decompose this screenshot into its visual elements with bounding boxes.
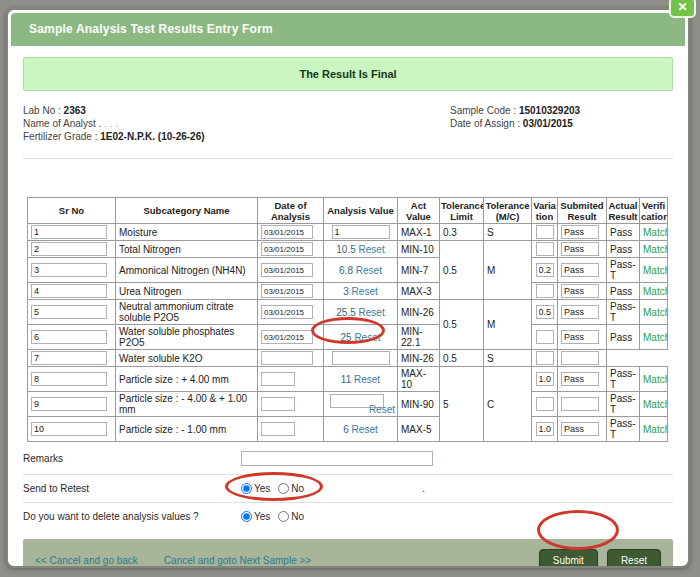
variation-input[interactable] bbox=[536, 372, 554, 386]
close-button[interactable]: ✕ bbox=[669, 0, 696, 18]
analysis-value: 6.8 bbox=[339, 265, 353, 276]
sr-no-input[interactable] bbox=[31, 242, 107, 256]
analysis-value-input[interactable] bbox=[332, 351, 390, 365]
verification-status: Match bbox=[640, 241, 668, 258]
subcategory-name: Particle size : + 4.00 mm bbox=[116, 367, 258, 392]
verification-status: Match bbox=[640, 392, 668, 417]
variation-input[interactable] bbox=[536, 263, 554, 277]
variation-input[interactable] bbox=[536, 351, 554, 365]
col-subcategory: Subcategory Name bbox=[116, 198, 258, 224]
table-row: Particle size : - 1.00 mm 6 Reset MAX-5 … bbox=[28, 417, 668, 442]
reset-analysis-link[interactable]: Reset bbox=[359, 244, 385, 255]
date-of-analysis-input[interactable] bbox=[261, 330, 313, 344]
analysis-value: 25 bbox=[340, 332, 351, 343]
sample-code-value: 15010329203 bbox=[519, 105, 580, 116]
sr-no-input[interactable] bbox=[31, 284, 107, 298]
col-variation: Varia tion bbox=[532, 198, 558, 224]
date-of-analysis-input[interactable] bbox=[261, 242, 313, 256]
variation-input[interactable] bbox=[536, 225, 554, 239]
sample-info-section: Lab No : 2363 Name of Analyst . . . . Fe… bbox=[23, 105, 673, 146]
reset-analysis-link[interactable]: Reset bbox=[354, 374, 380, 385]
act-value: MIN-26 bbox=[398, 350, 440, 367]
sr-no-input[interactable] bbox=[31, 422, 107, 436]
submitted-result-input[interactable] bbox=[561, 330, 599, 344]
reset-analysis-link[interactable]: Reset bbox=[352, 424, 378, 435]
table-row: Neutral ammonium citrate soluble P2O5 25… bbox=[28, 300, 668, 325]
subcategory-name: Ammonical Nitrogen (NH4N) bbox=[116, 258, 258, 283]
actual-result: Pass bbox=[607, 241, 640, 258]
sr-no-input[interactable] bbox=[31, 263, 107, 277]
variation-input[interactable] bbox=[536, 422, 554, 436]
results-table: Sr No Subcategory Name Date of Analysis … bbox=[27, 197, 668, 442]
variation-input[interactable] bbox=[536, 330, 554, 344]
variation-input[interactable] bbox=[536, 305, 554, 319]
tolerance-mc: C bbox=[484, 367, 532, 442]
delete-values-label: Do you want to delete analysis values ? bbox=[23, 511, 241, 522]
analysis-value: 10.5 bbox=[336, 244, 355, 255]
retest-yes-radio[interactable] bbox=[241, 483, 252, 494]
tolerance-mc: S bbox=[484, 224, 532, 241]
sr-no-input[interactable] bbox=[31, 305, 107, 319]
actual-result: Pass bbox=[607, 325, 640, 350]
date-of-analysis-input[interactable] bbox=[261, 284, 313, 298]
submitted-result-input[interactable] bbox=[561, 305, 599, 319]
reset-analysis-link[interactable]: Reset bbox=[369, 404, 395, 415]
cancel-go-back-link[interactable]: << Cancel and go back bbox=[35, 555, 138, 566]
submitted-result-input[interactable] bbox=[561, 422, 599, 436]
sr-no-input[interactable] bbox=[31, 372, 107, 386]
submit-button[interactable]: Submit bbox=[539, 549, 598, 569]
act-value: MIN-10 bbox=[398, 241, 440, 258]
date-of-analysis-input[interactable] bbox=[261, 225, 313, 239]
table-row: Moisture MAX-1 0.3 S Pass Match bbox=[28, 224, 668, 241]
variation-input[interactable] bbox=[536, 284, 554, 298]
date-of-analysis-input[interactable] bbox=[261, 372, 295, 386]
reset-analysis-link[interactable]: Reset bbox=[354, 332, 380, 343]
retest-yes-label: Yes bbox=[254, 483, 270, 494]
dialog-title: Sample Analysis Test Results Entry Form bbox=[11, 13, 685, 46]
sr-no-input[interactable] bbox=[31, 330, 107, 344]
reset-analysis-link[interactable]: Reset bbox=[359, 307, 385, 318]
date-of-analysis-input[interactable] bbox=[261, 422, 295, 436]
analysis-value: 11 bbox=[341, 374, 351, 385]
verification-status: Match bbox=[640, 283, 668, 300]
delete-yes-radio[interactable] bbox=[241, 511, 252, 522]
lab-no-line: Lab No : 2363 bbox=[23, 105, 450, 116]
submitted-result-input[interactable] bbox=[561, 351, 599, 365]
delete-yes-label: Yes bbox=[254, 511, 270, 522]
reset-analysis-link[interactable]: Reset bbox=[352, 286, 378, 297]
remarks-input[interactable] bbox=[241, 451, 433, 466]
date-of-analysis-input[interactable] bbox=[261, 305, 313, 319]
date-of-analysis-input[interactable] bbox=[261, 351, 313, 365]
date-of-analysis-input[interactable] bbox=[261, 397, 295, 411]
submitted-result-input[interactable] bbox=[561, 372, 599, 386]
submitted-result-input[interactable] bbox=[561, 263, 599, 277]
table-row: Total Nitrogen 10.5 Reset MIN-10 0.5 M P… bbox=[28, 241, 668, 258]
trailing-dot: . bbox=[422, 483, 425, 494]
sr-no-input[interactable] bbox=[31, 397, 107, 411]
submitted-result-input[interactable] bbox=[561, 242, 599, 256]
subcategory-name: Neutral ammonium citrate soluble P2O5 bbox=[116, 300, 258, 325]
delete-no-radio[interactable] bbox=[278, 511, 289, 522]
retest-no-radio[interactable] bbox=[278, 483, 289, 494]
date-of-analysis-input[interactable] bbox=[261, 263, 313, 277]
reset-button[interactable]: Reset bbox=[607, 549, 661, 569]
actual-result: Pass-T bbox=[607, 367, 640, 392]
send-to-retest-label: Send to Retest bbox=[23, 483, 241, 494]
submitted-result-input[interactable] bbox=[561, 284, 599, 298]
reset-analysis-link[interactable]: Reset bbox=[356, 265, 382, 276]
sr-no-input[interactable] bbox=[31, 351, 107, 365]
submitted-result-input[interactable] bbox=[561, 225, 599, 239]
cancel-next-sample-link[interactable]: Cancel and goto Next Sample >> bbox=[164, 555, 311, 566]
tolerance-limit: 0.5 bbox=[440, 300, 484, 350]
variation-input[interactable] bbox=[536, 397, 554, 411]
analysis-value: 25.5 bbox=[336, 307, 355, 318]
analyst-value: . . . bbox=[104, 118, 118, 129]
variation-input[interactable] bbox=[536, 242, 554, 256]
col-submited-result: Submited Result bbox=[558, 198, 607, 224]
submitted-result-input[interactable] bbox=[561, 397, 599, 411]
info-separator bbox=[23, 158, 673, 159]
tolerance-mc: M bbox=[484, 300, 532, 350]
analysis-value-input[interactable] bbox=[332, 225, 390, 239]
sr-no-input[interactable] bbox=[31, 225, 107, 239]
tolerance-limit: 0.3 bbox=[440, 224, 484, 241]
